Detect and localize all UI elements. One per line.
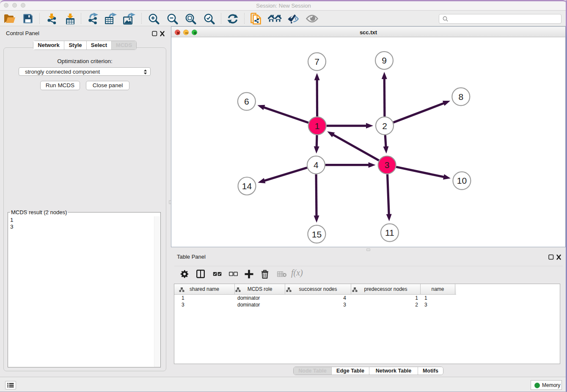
svg-text:14: 14 (242, 181, 252, 191)
svg-text:10: 10 (457, 176, 467, 185)
svg-text:15: 15 (312, 229, 322, 239)
svg-text:1: 1 (315, 121, 320, 131)
svg-text:9: 9 (382, 55, 387, 65)
svg-text:8: 8 (458, 92, 463, 102)
svg-text:7: 7 (314, 57, 319, 66)
svg-text:3: 3 (385, 160, 390, 170)
svg-text:2: 2 (382, 121, 387, 131)
svg-text:11: 11 (385, 228, 394, 237)
svg-text:4: 4 (314, 160, 319, 170)
svg-text:6: 6 (244, 97, 249, 106)
